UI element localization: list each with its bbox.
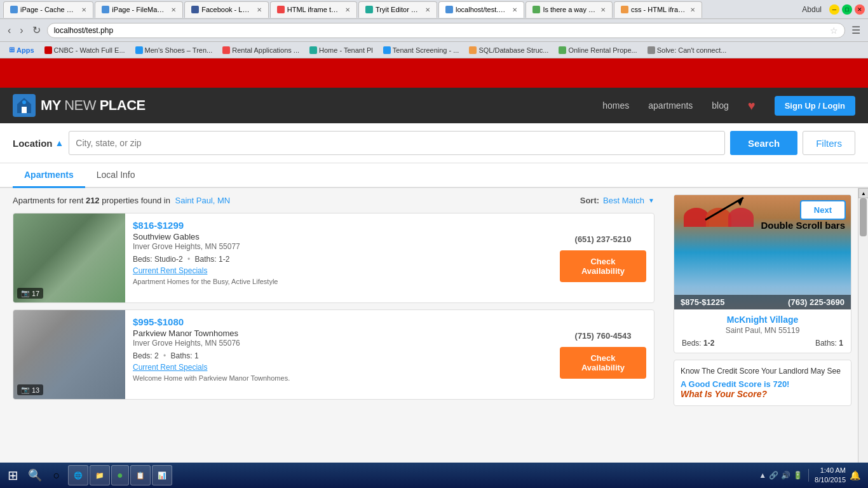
taskbar-app5[interactable]: 📊 [152,465,172,485]
search-input[interactable] [69,131,725,155]
bookmark-shoes[interactable]: Men's Shoes – Tren... [132,45,217,55]
tab-close-icon[interactable]: ✕ [345,6,350,13]
browser-tab-t2[interactable]: iPage - FileMana...✕ [95,1,183,18]
tab-local-info[interactable]: Local Info [85,163,147,188]
forward-button[interactable]: › [17,24,25,37]
svg-point-2 [22,100,26,104]
taskbar-cortana-icon[interactable]: ○ [46,465,67,485]
minimize-button[interactable]: ─ [829,4,839,15]
tray-network-icon[interactable]: 🔗 [769,471,778,480]
sidebar-ad: Next $875-$1225 (763) 225-3690 McKnight … [674,194,851,353]
tab-close-icon[interactable]: ✕ [257,6,262,13]
ad-price-overlay: $875-$1225 (763) 225-3690 [674,295,851,309]
taskbar-search-icon[interactable]: 🔍 [25,465,45,485]
bookmark-cnbc[interactable]: CNBC - Watch Full E... [41,45,129,55]
listing-beds: Beds: 2 • Baths: 1 [133,351,545,360]
tab-label: Facebook - Log... [201,6,252,13]
location-label: Location ▲ [13,138,64,149]
listing-address: Inver Grove Heights, MN 55077 [133,242,545,251]
camera-icon: 📷 [21,386,30,394]
address-input[interactable]: localhost/test.php ☆ [47,23,845,38]
window-controls: Abdul ─ □ ✕ [802,4,865,15]
nav-homes[interactable]: homes [602,100,629,111]
listing-info: $995-$1080 Parkview Manor Townhomes Inve… [125,310,552,399]
ad-next-button[interactable]: Next [800,200,846,220]
tab-close-icon[interactable]: ✕ [171,6,176,13]
settings-button[interactable]: ☰ [849,23,863,37]
tab-close-icon[interactable]: ✕ [690,6,695,13]
scrollbar-track[interactable] [858,198,868,475]
bookmark-solve[interactable]: Solve: Can't connect... [644,45,731,55]
bookmark-sql[interactable]: SQL/Database Struc... [465,45,552,55]
ad-title[interactable]: McKnight Village [682,315,843,325]
tab-label: Tryit Editor v2.5 [376,6,421,13]
location-arrow-icon: ▲ [55,138,64,148]
rent-specials-link[interactable]: Current Rent Specials [133,363,545,372]
credit-tagline[interactable]: What Is Your Score? [681,389,844,399]
camera-icon: 📷 [21,289,30,297]
close-button[interactable]: ✕ [855,4,865,15]
user-name-label: Abdul [802,5,822,14]
browser-tab-t5[interactable]: Tryit Editor v2.5✕ [358,1,437,18]
browser-tab-t4[interactable]: HTML iframe tag...✕ [270,1,357,18]
bookmark-online[interactable]: Online Rental Prope... [555,45,641,55]
favorites-heart-icon[interactable]: ♥ [748,98,756,113]
notification-icon[interactable]: 🔔 [850,470,860,480]
folder-icon: 📁 [95,471,104,480]
filters-button[interactable]: Filters [803,131,855,155]
nav-apartments[interactable]: apartments [648,100,693,111]
tray-volume-icon[interactable]: 🔊 [781,471,790,480]
refresh-button[interactable]: ↻ [30,23,43,37]
results-location: Saint Paul, MN [175,196,231,205]
tray-battery-icon[interactable]: 🔋 [793,471,803,480]
tab-close-icon[interactable]: ✕ [600,6,606,13]
start-button[interactable]: ⊞ [3,465,24,485]
bookmark-label: Rental Applications ... [232,46,299,54]
tab-close-icon[interactable]: ✕ [81,6,86,13]
rent-specials-link[interactable]: Current Rent Specials [133,266,545,275]
scrollbar-up-button[interactable]: ▲ [858,188,868,198]
bookmark-apps[interactable]: ⊞ Apps [5,44,38,55]
sort-dropdown[interactable]: Best Match [603,196,644,205]
logo[interactable]: MY NEW PLACE [13,94,146,117]
credit-widget-title: Know The Credit Score Your Landlord May … [681,367,844,376]
credit-score-link[interactable]: A Good Credit Score is 720! [681,379,844,389]
browser-tab-t6[interactable]: localhost/test.ph...✕ [438,1,524,18]
search-button[interactable]: Search [730,131,797,155]
check-availability-button[interactable]: Check Availability [560,250,646,282]
bookmark-screening[interactable]: Tenant Screening - ... [379,45,463,55]
sort-arrow-icon[interactable]: ▼ [648,197,654,204]
check-availability-button[interactable]: Check Availability [560,347,646,379]
date-display: 8/10/2015 [815,475,846,485]
bookmark-rental[interactable]: Rental Applications ... [219,45,303,55]
tray-arrow-icon[interactable]: ▲ [759,471,766,480]
taskbar-ie-icon[interactable]: 🌐 [68,465,88,485]
browser-tab-t1[interactable]: iPage - Cache Co...✕ [3,1,93,18]
browser-tab-t8[interactable]: css - HTML ifram...✕ [614,1,702,18]
scrollbar-thumb[interactable] [860,198,867,236]
tab-close-icon[interactable]: ✕ [512,6,517,13]
taskbar-folder-icon[interactable]: 📁 [90,465,110,485]
taskbar-clock: 1:40 AM 8/10/2015 [815,466,846,485]
listing-description: Apartment Homes for the Busy, Active Lif… [133,278,545,285]
page-scrollbar[interactable]: ▲ ▼ [858,188,868,485]
browser-tab-t3[interactable]: Facebook - Log...✕ [184,1,269,18]
maximize-button[interactable]: □ [842,4,852,15]
nav-blog[interactable]: blog [712,100,728,111]
tab-close-icon[interactable]: ✕ [425,6,430,13]
taskbar-chrome-icon[interactable]: ● [111,465,129,485]
signup-button[interactable]: Sign Up / Login [775,96,855,116]
ad-info: McKnight Village Saint Paul, MN 55119 Be… [674,309,851,353]
bookmark-label: Tenant Screening - ... [393,46,459,54]
listing-right: (715) 760-4543 Check Availability [552,310,654,399]
listing-card: 📷 13 $995-$1080 Parkview Manor Townhomes… [13,309,654,400]
listing-beds: Beds: Studio-2 • Baths: 1-2 [133,255,545,264]
bookmark-star-icon[interactable]: ☆ [830,25,838,36]
browser-tab-t7[interactable]: Is there a way to...✕ [526,1,613,18]
address-bar: ‹ › ↻ localhost/test.php ☆ ☰ [0,19,868,42]
back-button[interactable]: ‹ [5,24,13,37]
listing-price: $995-$1080 [133,316,545,327]
tab-apartments[interactable]: Apartments [13,163,85,188]
taskbar-app4[interactable]: 📋 [130,465,151,485]
bookmark-tenant[interactable]: Home - Tenant Pl [306,45,377,55]
